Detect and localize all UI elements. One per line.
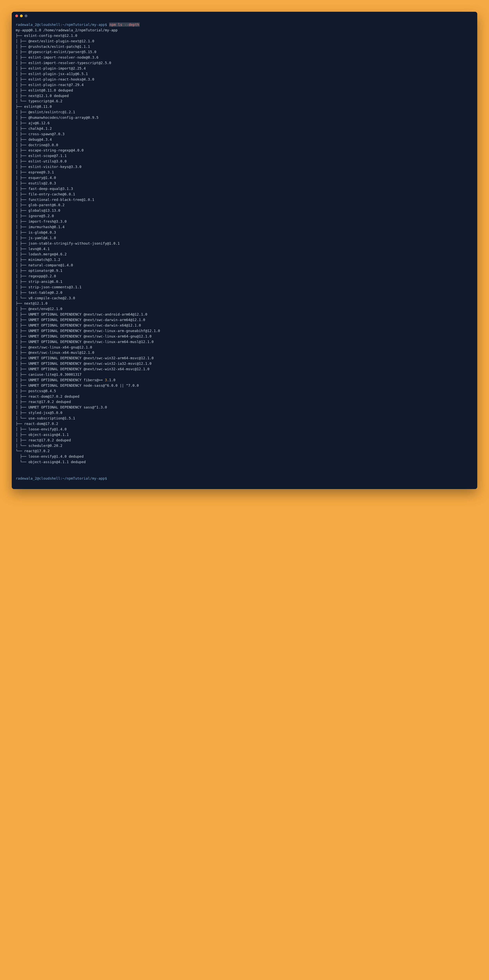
tree-line: │ ├── @rushstack/eslint-patch@1.1.1 — [16, 45, 90, 49]
tree-line: │ ├── eslint@8.11.0 deduped — [16, 88, 73, 92]
tree-line: │ └── use-subscription@1.5.1 — [16, 416, 75, 420]
prompt-line-2: radewala_2@cloudshell:~/npmTutorial/my-a… — [16, 476, 107, 480]
highlight-number: 3 — [105, 378, 107, 382]
tree-line: │ ├── UNMET OPTIONAL DEPENDENCY @next/sw… — [16, 367, 149, 371]
tree-line: │ ├── @next/eslint-plugin-next@12.1.0 — [16, 39, 94, 43]
tree-line: │ ├── react-dom@17.0.2 deduped — [16, 395, 79, 398]
tree-line: │ ├── eslint-import-resolver-typescript@… — [16, 61, 111, 65]
close-icon[interactable] — [15, 14, 18, 17]
minimize-icon[interactable] — [20, 14, 23, 17]
tree-line: │ ├── UNMET OPTIONAL DEPENDENCY @next/sw… — [16, 329, 160, 333]
tree-line: ├── eslint-config-next@12.1.0 — [16, 33, 77, 38]
tree-line: │ ├── @next/swc-linux-x64-musl@12.1.0 — [16, 350, 94, 355]
tree-line: │ ├── eslint-utils@3.0.0 — [16, 159, 67, 163]
tree-line: │ ├── lodash.merge@4.6.2 — [16, 252, 67, 256]
tree-line: │ ├── glob-parent@6.0.2 — [16, 203, 65, 207]
tree-line: │ ├── is-glob@4.0.3 — [16, 230, 56, 234]
tree-line: │ ├── eslint-scope@7.1.1 — [16, 154, 67, 158]
tree-line: │ ├── strip-json-comments@3.1.1 — [16, 285, 81, 289]
tree-line: │ ├── react@17.0.2 deduped — [16, 438, 71, 442]
tree-line: │ └── typescript@4.6.2 — [16, 99, 62, 103]
tree-line: │ ├── UNMET OPTIONAL DEPENDENCY node-sas… — [16, 383, 139, 388]
prompt-symbol: $ — [105, 22, 109, 27]
tree-line: │ ├── cross-spawn@7.0.3 — [16, 132, 65, 136]
tree-line: └── react@17.0.2 — [16, 449, 49, 453]
prompt-sep: : — [60, 22, 62, 27]
tree-line: │ ├── text-table@0.2.0 — [16, 291, 62, 294]
tree-line: │ └── scheduler@0.20.2 — [16, 444, 62, 448]
tree-line: │ ├── @humanwhocodes/config-array@0.9.5 — [16, 115, 98, 119]
tree-line: └── object-assign@4.1.1 deduped — [16, 460, 86, 464]
tree-line: │ ├── ajv@6.12.6 — [16, 121, 49, 125]
tree-line: │ ├── UNMET OPTIONAL DEPENDENCY @next/sw… — [16, 312, 147, 317]
tree-line: │ ├── eslint-plugin-react@7.29.4 — [16, 83, 84, 87]
tree-line: │ ├── optionator@0.9.1 — [16, 269, 62, 273]
tree-line: │ ├── eslint-plugin-react-hooks@4.3.0 — [16, 77, 94, 81]
prompt-path: ~/npmTutorial/my-app — [62, 476, 105, 480]
tree-line: │ ├── eslint-import-resolver-node@0.3.6 — [16, 55, 98, 59]
tree-line: │ ├── escape-string-regexp@4.0.0 — [16, 148, 84, 152]
tree-line: │ ├── @next/env@12.1.0 — [16, 307, 62, 311]
tree-line: │ ├── object-assign@4.1.1 — [16, 433, 69, 437]
tree-line: │ ├── esquery@1.4.0 — [16, 176, 56, 180]
tree-line: │ ├── fast-deep-equal@3.1.3 — [16, 186, 73, 191]
tree-line: │ ├── eslint-plugin-import@2.25.4 — [16, 66, 86, 70]
tree-line: │ ├── UNMET OPTIONAL DEPENDENCY @next/sw… — [16, 318, 145, 322]
tree-line: │ ├── UNMET OPTIONAL DEPENDENCY sass@^1.… — [16, 405, 107, 409]
tree-line: │ ├── strip-ansi@6.0.1 — [16, 280, 62, 283]
prompt-user: radewala_2@cloudshell — [16, 22, 60, 27]
tree-line: │ ├── UNMET OPTIONAL DEPENDENCY @next/sw… — [16, 334, 152, 338]
tree-line: │ ├── @typescript-eslint/parser@5.15.0 — [16, 50, 96, 54]
tree-line: │ ├── import-fresh@3.3.0 — [16, 220, 67, 223]
terminal-body[interactable]: radewala_2@cloudshell:~/npmTutorial/my-a… — [12, 20, 477, 489]
prompt-symbol: $ — [105, 476, 107, 480]
tree-line: │ ├── ignore@5.2.0 — [16, 214, 54, 218]
tree-line: │ ├── @eslint/eslintrc@1.2.1 — [16, 110, 75, 114]
tree-line: │ ├── minimatch@3.1.2 — [16, 258, 60, 262]
tree-line: │ ├── UNMET OPTIONAL DEPENDENCY fibers@>… — [16, 378, 115, 382]
tree-line: │ └── v8-compile-cache@2.3.0 — [16, 296, 75, 300]
tree-line: │ ├── eslint-visitor-keys@3.3.0 — [16, 165, 81, 169]
tree-line: │ ├── natural-compare@1.4.0 — [16, 263, 73, 267]
tree-line: │ ├── postcss@8.4.5 — [16, 389, 56, 393]
tree-line: │ ├── json-stable-stringify-without-json… — [16, 241, 120, 245]
tree-line: │ ├── styled-jsx@5.0.0 — [16, 410, 62, 415]
tree-line: │ ├── file-entry-cache@6.0.1 — [16, 192, 75, 196]
dependency-tree: ├── eslint-config-next@12.1.0 │ ├── @nex… — [16, 33, 160, 464]
pkg-header: my-app@0.1.0 /home/radewala_2/npmTutoria… — [16, 28, 117, 32]
prompt-user: radewala_2@cloudshell — [16, 476, 60, 480]
tree-line: │ ├── UNMET OPTIONAL DEPENDENCY @next/sw… — [16, 340, 154, 344]
tree-line: │ ├── react@17.0.2 deduped — [16, 399, 71, 404]
tree-line: ├── react-dom@17.0.2 — [16, 422, 58, 426]
tree-line: │ ├── eslint-plugin-jsx-a11y@6.5.1 — [16, 72, 88, 76]
tree-line: │ ├── chalk@4.1.2 — [16, 126, 52, 130]
tree-line: │ ├── @next/swc-linux-x64-gnu@12.1.0 — [16, 345, 92, 349]
tree-line: │ ├── debug@4.3.4 — [16, 137, 52, 142]
tree-line: │ ├── functional-red-black-tree@1.0.1 — [16, 197, 94, 202]
prompt-sep: : — [60, 476, 62, 480]
tree-line: │ ├── regexpp@3.2.0 — [16, 274, 56, 278]
tree-line: │ ├── levn@0.4.1 — [16, 247, 49, 251]
terminal-window: radewala_2@cloudshell:~/npmTutorial/my-a… — [12, 12, 477, 489]
tree-line: │ ├── UNMET OPTIONAL DEPENDENCY @next/sw… — [16, 361, 152, 366]
tree-line: │ ├── doctrine@3.0.0 — [16, 143, 58, 147]
tree-line: │ ├── espree@9.3.1 — [16, 170, 54, 174]
command-text: npm ls --depth — [109, 22, 140, 27]
tree-line: │ ├── caniuse-lite@1.0.30001317 — [16, 372, 81, 377]
tree-line: │ ├── js-yaml@4.1.0 — [16, 236, 56, 240]
tree-line: │ ├── next@12.1.0 deduped — [16, 94, 69, 98]
titlebar — [12, 12, 477, 20]
tree-line: │ ├── imurmurhash@0.1.4 — [16, 225, 65, 229]
tree-line: │ ├── globals@13.13.0 — [16, 208, 60, 212]
prompt-line-1: radewala_2@cloudshell:~/npmTutorial/my-a… — [16, 22, 140, 27]
blank-row — [16, 465, 473, 470]
tree-line: ├── next@12.1.0 — [16, 301, 48, 305]
tree-line: │ ├── UNMET OPTIONAL DEPENDENCY @next/sw… — [16, 356, 154, 360]
maximize-icon[interactable] — [25, 14, 27, 17]
tree-line: │ ├── esutils@2.0.3 — [16, 181, 56, 185]
tree-line: ├── eslint@8.11.0 — [16, 105, 52, 108]
tree-line: ├── loose-envify@1.4.0 deduped — [16, 454, 84, 458]
tree-line: │ ├── loose-envify@1.4.0 — [16, 427, 67, 431]
prompt-path: ~/npmTutorial/my-app — [62, 22, 105, 27]
tree-line: │ ├── UNMET OPTIONAL DEPENDENCY @next/sw… — [16, 323, 141, 327]
